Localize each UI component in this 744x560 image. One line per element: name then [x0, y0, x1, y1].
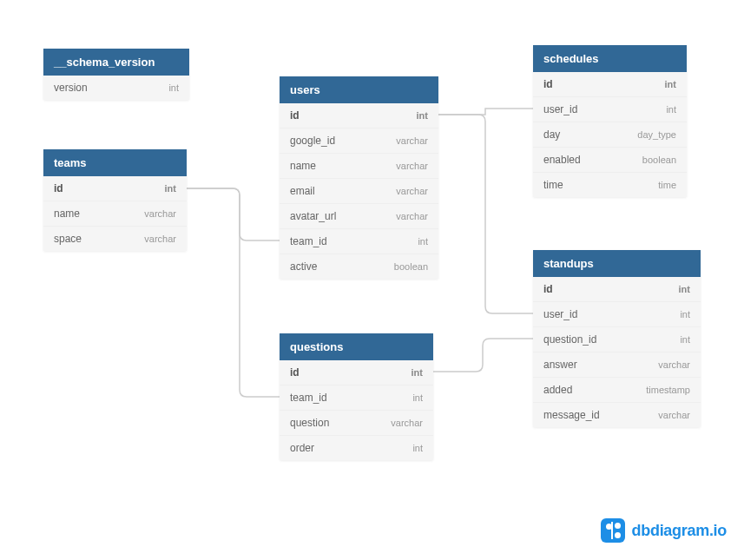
column-row[interactable]: namevarchar: [43, 201, 187, 226]
table-header[interactable]: __schema_version: [43, 49, 189, 76]
connector-line: [433, 339, 533, 372]
column-name: question: [290, 417, 329, 429]
column-row[interactable]: user_idint: [533, 96, 687, 122]
column-name: order: [290, 442, 314, 454]
column-name: id: [290, 366, 300, 379]
brand-text: dbdiagram.io: [632, 522, 727, 540]
table-standups[interactable]: standupsidintuser_idintquestion_idintans…: [533, 250, 701, 427]
column-type: int: [168, 82, 179, 93]
column-row[interactable]: google_idvarchar: [280, 128, 438, 153]
column-row[interactable]: timetime: [533, 172, 687, 197]
column-type: timestamp: [646, 385, 690, 395]
column-type: boolean: [394, 261, 428, 272]
column-type: varchar: [144, 208, 176, 219]
brand-logo: dbdiagram.io: [601, 518, 727, 543]
table-header[interactable]: questions: [280, 333, 433, 360]
column-name: answer: [543, 359, 577, 371]
table-header[interactable]: teams: [43, 149, 187, 176]
column-type: int: [165, 183, 176, 194]
column-name: version: [54, 82, 88, 94]
column-row[interactable]: message_idvarchar: [533, 402, 701, 427]
column-name: avatar_url: [290, 210, 336, 222]
column-type: int: [412, 392, 423, 403]
column-name: name: [54, 208, 80, 220]
column-name: space: [54, 233, 82, 245]
brand-icon: [601, 518, 625, 543]
column-type: int: [417, 110, 428, 121]
column-type: varchar: [658, 359, 690, 370]
column-name: name: [290, 160, 316, 172]
column-row[interactable]: question_idint: [533, 326, 701, 352]
column-type: varchar: [396, 135, 428, 146]
column-name: message_id: [543, 409, 600, 421]
column-type: varchar: [658, 410, 690, 420]
column-row[interactable]: team_idint: [280, 385, 433, 410]
column-name: added: [543, 384, 572, 396]
column-type: int: [412, 367, 423, 378]
column-type: int: [665, 79, 676, 89]
table-schema_version[interactable]: __schema_versionversionint: [43, 49, 189, 100]
column-row[interactable]: idint: [533, 72, 687, 96]
column-row[interactable]: namevarchar: [280, 153, 438, 178]
column-name: user_id: [543, 308, 577, 320]
column-type: int: [412, 443, 423, 453]
column-type: varchar: [391, 418, 423, 428]
column-type: int: [680, 334, 690, 345]
column-name: email: [290, 185, 315, 197]
column-type: varchar: [396, 186, 428, 196]
column-row[interactable]: activeboolean: [280, 254, 438, 279]
column-type: varchar: [396, 161, 428, 171]
table-schedules[interactable]: schedulesidintuser_idintdayday_typeenabl…: [533, 45, 687, 197]
table-header[interactable]: standups: [533, 250, 701, 277]
column-type: int: [418, 236, 428, 247]
column-row[interactable]: idint: [280, 103, 438, 128]
connector-line: [438, 109, 533, 115]
connector-line: [187, 188, 280, 397]
column-row[interactable]: orderint: [280, 435, 433, 460]
column-row[interactable]: emailvarchar: [280, 178, 438, 203]
column-type: time: [658, 180, 676, 190]
column-row[interactable]: versionint: [43, 76, 189, 100]
column-name: id: [543, 78, 553, 90]
column-name: id: [54, 182, 63, 194]
column-row[interactable]: idint: [533, 277, 701, 301]
column-row[interactable]: enabledboolean: [533, 147, 687, 172]
table-header[interactable]: users: [280, 76, 438, 103]
column-type: int: [666, 104, 676, 115]
column-row[interactable]: idint: [43, 176, 187, 201]
column-type: int: [680, 309, 690, 320]
column-row[interactable]: avatar_urlvarchar: [280, 203, 438, 228]
column-name: day: [543, 128, 560, 141]
column-type: boolean: [642, 155, 676, 165]
column-name: active: [290, 260, 317, 273]
column-row[interactable]: questionvarchar: [280, 410, 433, 435]
column-name: team_id: [290, 235, 327, 247]
column-row[interactable]: spacevarchar: [43, 226, 187, 251]
column-name: team_id: [290, 392, 327, 404]
column-row[interactable]: idint: [280, 360, 433, 385]
table-header[interactable]: schedules: [533, 45, 687, 72]
column-name: id: [543, 283, 553, 295]
column-type: day_type: [637, 129, 676, 140]
column-name: id: [290, 109, 300, 122]
column-type: varchar: [144, 234, 176, 244]
column-row[interactable]: addedtimestamp: [533, 377, 701, 402]
diagram-canvas[interactable]: __schema_versionversionintteamsidintname…: [0, 0, 744, 560]
column-name: time: [543, 179, 563, 191]
column-name: google_id: [290, 135, 335, 147]
column-row[interactable]: team_idint: [280, 228, 438, 254]
column-name: enabled: [543, 154, 581, 166]
connector-line: [438, 115, 533, 313]
column-row[interactable]: dayday_type: [533, 122, 687, 147]
table-questions[interactable]: questionsidintteam_idintquestionvarcharo…: [280, 333, 433, 460]
table-teams[interactable]: teamsidintnamevarcharspacevarchar: [43, 149, 187, 251]
column-name: user_id: [543, 103, 577, 115]
connector-line: [187, 188, 280, 240]
column-name: question_id: [543, 333, 596, 346]
column-type: varchar: [396, 211, 428, 221]
column-type: int: [679, 284, 690, 294]
column-row[interactable]: answervarchar: [533, 352, 701, 377]
table-users[interactable]: usersidintgoogle_idvarcharnamevarcharema…: [280, 76, 438, 279]
column-row[interactable]: user_idint: [533, 301, 701, 326]
